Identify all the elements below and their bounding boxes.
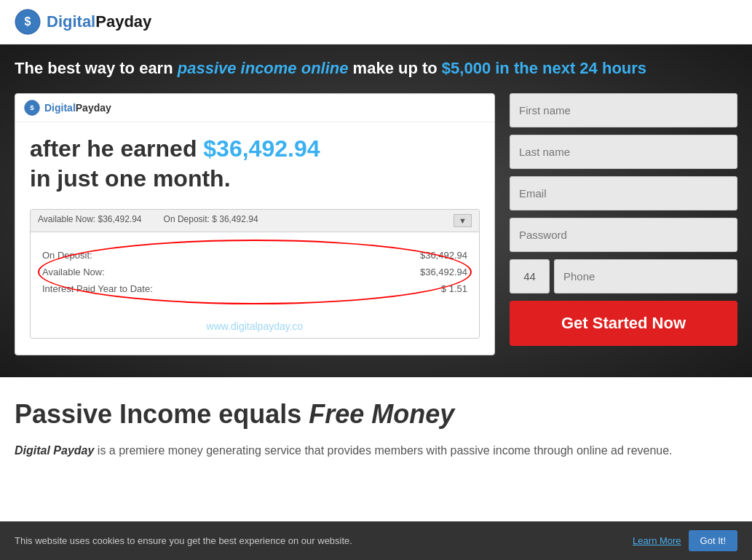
card-logo-digital: Digital — [44, 102, 76, 114]
email-input[interactable] — [510, 176, 737, 210]
earned-text: after he earned $36,492.94 in just one m… — [30, 134, 480, 194]
logo-payday-text: Payday — [95, 12, 151, 31]
section-title: Passive Income equals Free Money — [15, 399, 737, 430]
card-logo-payday: Payday — [76, 102, 111, 114]
earned-prefix: after he earned — [30, 135, 203, 162]
interest-value: $ 1.51 — [441, 283, 467, 294]
headline-amount: $5,000 in the next 24 hours — [442, 59, 646, 77]
signup-form: Get Started Now — [510, 93, 737, 346]
bank-rows: On Deposit: $36,492.94 Available Now: $3… — [31, 232, 479, 312]
svg-text:$: $ — [30, 103, 34, 111]
headline-middle: make up to — [348, 59, 441, 77]
logo-icon: $ — [15, 9, 41, 35]
logo: $ DigitalPayday — [15, 9, 151, 35]
first-name-input[interactable] — [510, 93, 737, 127]
card-body: after he earned $36,492.94 in just one m… — [15, 122, 494, 350]
bank-row-available: Available Now: $36,492.94 — [42, 264, 467, 280]
headline-prefix: The best way to earn — [15, 59, 178, 77]
below-fold: Passive Income equals Free Money Digital… — [0, 377, 752, 475]
country-code-input[interactable] — [510, 259, 550, 293]
headline-italic: passive income online — [178, 59, 349, 77]
phone-input[interactable] — [554, 259, 737, 293]
hero-headline: The best way to earn passive income onli… — [15, 58, 737, 80]
bank-deposit-label: On Deposit: $ 36,492.94 — [164, 214, 258, 227]
hero-banner: The best way to earn passive income onli… — [0, 44, 752, 377]
title-italic: Free Money — [309, 399, 454, 429]
bank-statement-header: Available Now: $36,492.94 On Deposit: $ … — [31, 210, 479, 232]
get-started-button[interactable]: Get Started Now — [510, 301, 737, 346]
card-logo-icon: $ — [24, 100, 40, 116]
svg-text:$: $ — [25, 15, 31, 28]
bank-dropdown[interactable]: ▼ — [454, 214, 472, 227]
deposit-value: $36,492.94 — [420, 250, 467, 261]
logo-digital-text: Digital — [47, 12, 95, 31]
available-value: $36,492.94 — [420, 267, 467, 277]
bank-statement: Available Now: $36,492.94 On Deposit: $ … — [30, 209, 480, 339]
hero-content: $ DigitalPayday after he earned $36,492.… — [15, 93, 737, 355]
password-input[interactable] — [510, 218, 737, 252]
header: $ DigitalPayday — [0, 0, 752, 44]
card-header: $ DigitalPayday — [15, 94, 494, 122]
title-prefix: Passive Income equals — [15, 399, 309, 429]
available-label: Available Now: — [42, 267, 105, 277]
body-brand: Digital Payday — [15, 444, 94, 457]
earned-suffix: in just one month. — [30, 165, 231, 192]
bank-row-interest: Interest Paid Year to Date: $ 1.51 — [42, 280, 467, 297]
screenshot-card: $ DigitalPayday after he earned $36,492.… — [15, 93, 495, 355]
interest-label: Interest Paid Year to Date: — [42, 283, 153, 294]
section-body: Digital Payday is a premiere money gener… — [15, 441, 737, 460]
last-name-input[interactable] — [510, 135, 737, 169]
body-text: is a premiere money generating service t… — [94, 444, 672, 457]
bank-row-deposit: On Deposit: $36,492.94 — [42, 247, 467, 264]
watermark: www.digitalpayday.co — [31, 312, 479, 338]
deposit-label: On Deposit: — [42, 250, 92, 261]
bank-available-label: Available Now: $36,492.94 — [38, 214, 142, 227]
earned-amount: $36,492.94 — [203, 135, 320, 162]
phone-row — [510, 259, 737, 293]
